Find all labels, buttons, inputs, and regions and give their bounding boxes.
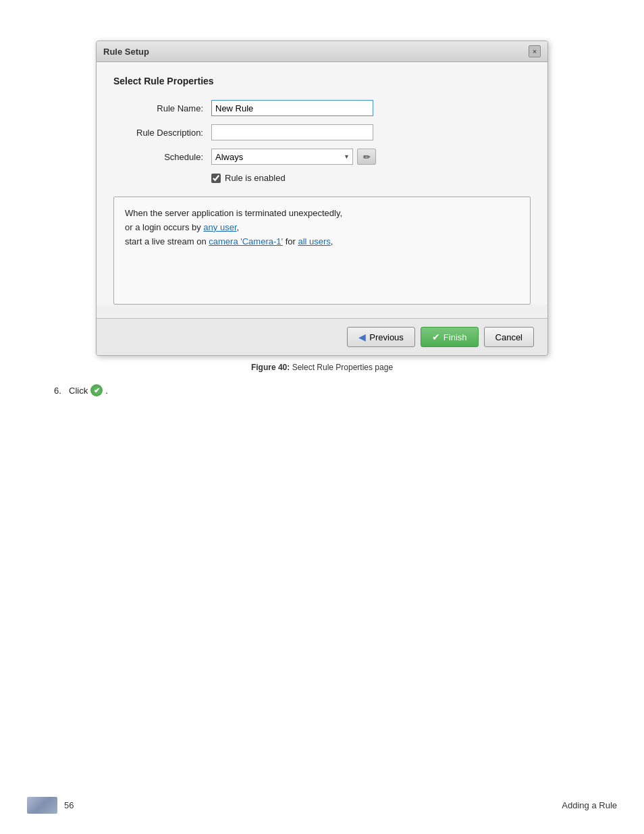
summary-all-users-link[interactable]: all users [298,236,330,246]
figure-text: Select Rule Properties page [292,363,393,372]
rule-enabled-row: Rule is enabled [211,173,531,183]
finish-icon: ✔ [432,332,440,342]
page-logo [27,797,57,814]
rule-description-row: Rule Description: [113,124,531,140]
rule-name-row: Rule Name: [113,100,531,116]
rule-enabled-label: Rule is enabled [225,173,286,183]
figure-label: Figure 40: [251,363,290,372]
cancel-label: Cancel [495,332,522,342]
page-footer-right: Adding a Rule [562,800,617,810]
step6-number: 6. [54,386,66,396]
finish-inline-icon: ✔ [90,384,103,396]
page-number: 56 [64,800,74,810]
rule-name-input[interactable] [211,100,373,116]
step6-prefix: Click [69,386,88,396]
rule-summary-box: When the server application is terminate… [113,197,531,305]
rule-enabled-checkbox[interactable] [211,174,221,183]
summary-any-user-link[interactable]: any user [203,222,236,232]
step6-suffix: . [105,386,108,396]
previous-icon: ◀ [358,332,366,342]
figure-caption: Figure 40: Select Rule Properties page [54,363,590,372]
page-footer-left: 56 [27,797,74,814]
summary-line3-prefix: start a live stream on [125,236,209,246]
pencil-icon: ✏ [363,152,371,162]
page-footer: 56 Adding a Rule [0,797,644,814]
dialog-titlebar: Rule Setup × [97,41,547,62]
cancel-button[interactable]: Cancel [484,327,534,347]
finish-button[interactable]: ✔ Finish [421,327,479,347]
step6-text: 6. Click ✔ . [54,384,590,396]
dialog-footer: ◀ Previous ✔ Finish Cancel [97,318,547,355]
schedule-edit-button[interactable]: ✏ [357,149,376,165]
dialog-title: Rule Setup [103,47,149,57]
dialog-body: Select Rule Properties Rule Name: Rule D… [97,62,547,305]
schedule-label: Schedule: [113,152,211,162]
rule-setup-dialog: Rule Setup × Select Rule Properties Rule… [96,41,548,356]
rule-description-label: Rule Description: [113,128,211,138]
schedule-row: Schedule: Always Custom ✏ [113,149,531,165]
section-title: Select Rule Properties [113,76,531,86]
rule-name-label: Rule Name: [113,103,211,113]
schedule-select[interactable]: Always Custom [211,149,353,165]
rule-description-input[interactable] [211,124,373,140]
previous-label: Previous [369,332,404,342]
summary-line2-prefix: or a login occurs by [125,222,203,232]
previous-button[interactable]: ◀ Previous [347,327,415,347]
dialog-close-button[interactable]: × [529,45,541,57]
finish-label: Finish [444,332,467,342]
summary-line1: When the server application is terminate… [125,208,342,218]
schedule-select-wrapper: Always Custom [211,149,353,165]
summary-camera-link[interactable]: camera 'Camera-1' [209,236,283,246]
form-area: Rule Name: Rule Description: Schedule: A… [113,100,531,183]
schedule-wrapper: Always Custom ✏ [211,149,376,165]
